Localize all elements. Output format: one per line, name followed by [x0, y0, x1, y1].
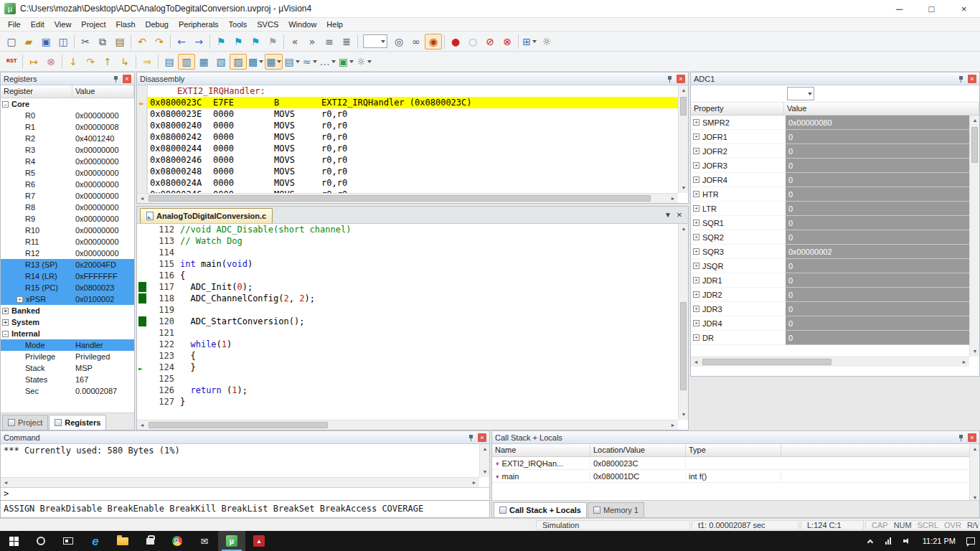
- disassembly-line[interactable]: 0x080002480000MOVSr0,r0: [137, 166, 678, 177]
- adc-property-row[interactable]: +JDR40: [691, 316, 969, 331]
- menu-file[interactable]: File: [3, 19, 26, 30]
- source-line[interactable]: 115int main(void): [137, 258, 678, 270]
- close-icon[interactable]: ×: [968, 75, 976, 83]
- register-row[interactable]: R30x00000000: [1, 144, 134, 156]
- save-all-icon[interactable]: ◫: [55, 34, 72, 50]
- analysis-window-icon[interactable]: ≈: [301, 54, 319, 70]
- tree-expander-icon[interactable]: +: [2, 308, 9, 314]
- tree-expander-icon[interactable]: +: [693, 220, 699, 226]
- step-over-icon[interactable]: ↷: [82, 54, 99, 70]
- hidden-icons-button[interactable]: [861, 531, 880, 551]
- command-help-line[interactable]: ASSIGN BreakDisable BreakEnable BreakKil…: [1, 500, 489, 517]
- disassembly-line[interactable]: 0x080002460000MOVSr0,r0: [137, 154, 678, 166]
- comment-icon[interactable]: ≡: [321, 34, 338, 50]
- disassembly-line[interactable]: 0x080002440000MOVSr0,r0: [137, 143, 678, 154]
- disassembly-line[interactable]: 0x0800023E0000MOVSr0,r0: [137, 108, 678, 120]
- callstack-vertical-scrollbar[interactable]: ▲▼: [969, 444, 979, 503]
- nav-back-icon[interactable]: ←: [173, 34, 190, 50]
- tree-expander-icon[interactable]: +: [693, 162, 699, 169]
- register-row[interactable]: R10x00000008: [1, 121, 134, 133]
- window-layout-icon[interactable]: ⊞: [521, 34, 538, 50]
- register-row[interactable]: +System: [1, 316, 134, 328]
- chrome-icon[interactable]: [164, 531, 191, 551]
- menu-tools[interactable]: Tools: [224, 19, 253, 30]
- editor-horizontal-scrollbar[interactable]: ◄►: [137, 420, 678, 430]
- command-vertical-scrollbar[interactable]: ▲▼: [479, 444, 489, 477]
- tree-expander-icon[interactable]: +: [693, 306, 699, 312]
- disassembly-line[interactable]: ►0x0800023CE7FEBEXTI2_IRQHandler (0x0800…: [137, 97, 678, 108]
- breakpoint-insert-icon[interactable]: ●: [447, 34, 464, 50]
- find-in-files-icon[interactable]: ◎: [390, 34, 407, 50]
- register-row[interactable]: R90x00000000: [1, 213, 134, 225]
- adc-property-row[interactable]: +SMPR20x00000080: [691, 116, 969, 130]
- adc-property-row[interactable]: +JOFR20: [691, 144, 969, 159]
- register-row[interactable]: StackMSP: [1, 362, 134, 374]
- callstack-window-icon[interactable]: ▨: [230, 54, 247, 70]
- pin-icon[interactable]: [112, 75, 121, 83]
- edge-icon[interactable]: e: [82, 531, 109, 551]
- bookmark-prev-icon[interactable]: ⚑: [230, 34, 247, 50]
- close-icon[interactable]: ×: [677, 75, 685, 83]
- register-row[interactable]: R80x00000000: [1, 202, 134, 213]
- tree-expander-icon[interactable]: +: [693, 248, 699, 255]
- adc-mode-combobox[interactable]: [787, 87, 814, 100]
- close-icon[interactable]: ×: [123, 75, 131, 83]
- tree-expander-icon[interactable]: +: [693, 277, 699, 283]
- adc-property-row[interactable]: +SQR30x00000002: [691, 245, 969, 259]
- adc1-vertical-scrollbar[interactable]: ▲▼: [969, 116, 979, 357]
- step-out-icon[interactable]: ↑: [99, 54, 116, 70]
- maximize-button[interactable]: □: [915, 0, 948, 17]
- register-row[interactable]: ModeHandler: [1, 339, 134, 351]
- tree-expander-icon[interactable]: +: [693, 205, 699, 212]
- incremental-find-icon[interactable]: ◉: [425, 34, 442, 50]
- uvision-taskbar-icon[interactable]: µ: [218, 531, 245, 551]
- disassembly-line[interactable]: 0x080002400000MOVSr0,r0: [137, 120, 678, 131]
- source-line[interactable]: 116{: [137, 270, 678, 281]
- source-line[interactable]: 118 ADC_ChannelConfig(2, 2);: [137, 293, 678, 304]
- source-line[interactable]: 113// Watch Dog: [137, 235, 678, 247]
- bookmark-next-icon[interactable]: ⚑: [247, 34, 264, 50]
- close-button[interactable]: ×: [948, 0, 980, 17]
- tree-expander-icon[interactable]: +: [693, 191, 699, 197]
- tab-list-chevron-icon[interactable]: ▼: [662, 211, 674, 219]
- tree-expander-icon[interactable]: -: [2, 101, 9, 108]
- source-code[interactable]: 112//void ADC_Disable(short channel)113/…: [137, 224, 678, 420]
- adc-property-row[interactable]: +HTR0: [691, 187, 969, 202]
- undo-icon[interactable]: ↶: [133, 34, 151, 50]
- file-explorer-icon[interactable]: [109, 531, 136, 551]
- register-row[interactable]: R50x00000000: [1, 167, 134, 179]
- register-row[interactable]: R13 (SP)0x20004FD: [1, 259, 134, 270]
- adc-property-row[interactable]: +JDR10: [691, 273, 969, 288]
- indent-icon[interactable]: »: [303, 34, 321, 50]
- register-row[interactable]: R70x00000000: [1, 190, 134, 202]
- menu-flash[interactable]: Flash: [111, 19, 141, 30]
- find-icon[interactable]: ∞: [407, 34, 425, 50]
- source-line[interactable]: 117 ADC_Init(0);: [137, 281, 678, 293]
- menu-edit[interactable]: Edit: [26, 19, 50, 30]
- source-line[interactable]: 127}: [137, 396, 678, 408]
- tree-expander-icon[interactable]: +: [693, 263, 699, 269]
- pin-icon[interactable]: [957, 433, 966, 442]
- system-viewer-icon[interactable]: ▣: [337, 54, 355, 70]
- menu-debug[interactable]: Debug: [141, 19, 174, 30]
- disassembly-horizontal-scrollbar[interactable]: ◄►: [137, 193, 678, 203]
- copy-icon[interactable]: ⧉: [94, 34, 111, 50]
- register-row[interactable]: R60x00000000: [1, 179, 134, 190]
- source-line[interactable]: 112//void ADC_Disable(short channel): [137, 224, 678, 235]
- symbol-window-icon[interactable]: ▦: [195, 54, 212, 70]
- step-into-icon[interactable]: ↓: [65, 54, 82, 70]
- disassembly-window-icon[interactable]: ▥: [178, 54, 195, 70]
- toolbox-icon[interactable]: ☼: [355, 54, 373, 70]
- menu-window[interactable]: Window: [283, 19, 321, 30]
- breakpoint-enable-icon[interactable]: ○: [464, 34, 481, 50]
- outdent-icon[interactable]: «: [286, 34, 303, 50]
- source-line[interactable]: 125: [137, 373, 678, 385]
- start-button[interactable]: [0, 531, 27, 551]
- adc-property-row[interactable]: +DR0: [691, 331, 969, 345]
- reset-icon[interactable]: RST: [3, 54, 20, 70]
- adc1-horizontal-scrollbar[interactable]: ◄►: [691, 357, 969, 367]
- source-line[interactable]: 120 ADC_StartConversion();: [137, 316, 678, 327]
- breakpoint-kill-all-icon[interactable]: ⊗: [499, 34, 516, 50]
- adc-property-row[interactable]: +SQR10: [691, 216, 969, 230]
- register-row[interactable]: -Internal: [1, 328, 134, 339]
